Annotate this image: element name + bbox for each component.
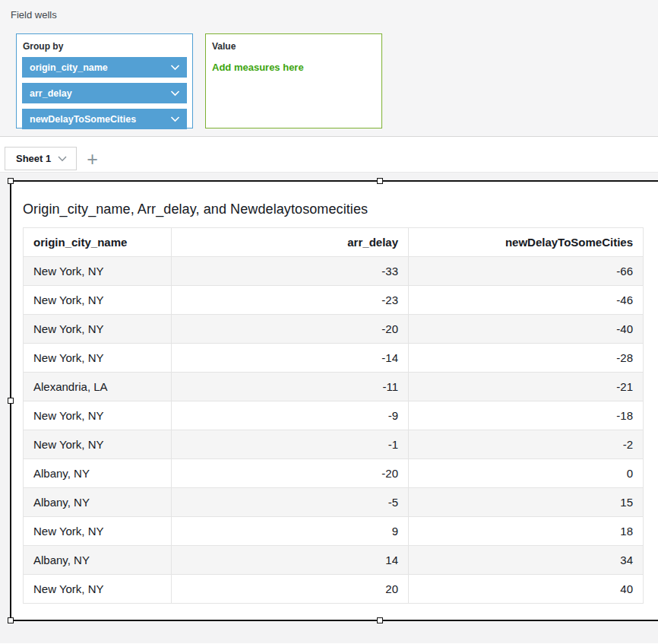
field-pill-label: newDelayToSomeCities	[30, 114, 136, 125]
table-row[interactable]: New York, NY-23-46	[24, 286, 644, 315]
table-body: New York, NY-33-66New York, NY-23-46New …	[24, 257, 644, 604]
resize-handle-top-left[interactable]	[8, 178, 14, 184]
chevron-down-icon[interactable]	[170, 116, 180, 122]
table-cell[interactable]: 15	[409, 488, 644, 517]
table-cell[interactable]: -2	[409, 430, 644, 459]
table-cell[interactable]: -18	[409, 401, 644, 430]
table-row[interactable]: New York, NY-20-40	[24, 315, 644, 344]
table-row[interactable]: Albany, NY-515	[24, 488, 644, 517]
add-measures-hint: Add measures here	[212, 62, 376, 73]
table-cell[interactable]: New York, NY	[24, 575, 172, 604]
resize-handle-middle-left[interactable]	[8, 398, 14, 404]
table-row[interactable]: Alexandria, LA-11-21	[24, 373, 644, 401]
table-cell[interactable]: -23	[172, 286, 409, 315]
table-cell[interactable]: Albany, NY	[24, 546, 172, 575]
field-wells-title: Field wells	[11, 9, 658, 21]
table-cell[interactable]: -5	[172, 488, 409, 517]
tab-sheet-1[interactable]: Sheet 1	[5, 147, 77, 170]
visual-title[interactable]: Origin_city_name, Arr_delay, and Newdela…	[23, 201, 658, 217]
resize-handle-top-center[interactable]	[377, 178, 383, 184]
column-header-arr-delay[interactable]: arr_delay	[172, 228, 409, 257]
table-row[interactable]: New York, NY-33-66	[24, 257, 644, 286]
table-cell[interactable]: 0	[409, 459, 644, 488]
table-cell[interactable]: -21	[409, 373, 644, 401]
field-pill-label: origin_city_name	[30, 62, 108, 73]
table-cell[interactable]: -20	[172, 459, 409, 488]
field-pill-arr-delay[interactable]: arr_delay	[22, 83, 187, 103]
table-cell[interactable]: New York, NY	[24, 315, 172, 344]
field-pill-origin-city-name[interactable]: origin_city_name	[22, 57, 187, 78]
table-cell[interactable]: -66	[409, 257, 644, 286]
table-cell[interactable]: -9	[172, 401, 409, 430]
resize-handle-bottom-center[interactable]	[377, 617, 383, 623]
field-pill-new-delay-to-some-cities[interactable]: newDelayToSomeCities	[22, 109, 187, 129]
field-wells-row: Group by origin_city_name arr_delay newD…	[16, 33, 658, 128]
column-header-new-delay-to-some-cities[interactable]: newDelayToSomeCities	[409, 228, 644, 257]
table-cell[interactable]: New York, NY	[24, 257, 172, 286]
table-cell[interactable]: New York, NY	[24, 430, 172, 459]
table-row[interactable]: New York, NY-9-18	[24, 401, 644, 430]
table-cell[interactable]: -1	[172, 430, 409, 459]
table-row[interactable]: New York, NY918	[24, 517, 644, 546]
table-cell[interactable]: -28	[409, 344, 644, 373]
table-cell[interactable]: 34	[409, 546, 644, 575]
table-row[interactable]: Albany, NY-200	[24, 459, 644, 488]
sheet-canvas: Origin_city_name, Arr_delay, and Newdela…	[0, 173, 658, 643]
table-cell[interactable]: New York, NY	[24, 517, 172, 546]
group-by-label: Group by	[23, 41, 187, 52]
group-by-well[interactable]: Group by origin_city_name arr_delay newD…	[16, 33, 193, 128]
table-row[interactable]: Albany, NY1434	[24, 546, 644, 575]
sheet-tab-bar: Sheet 1 +	[0, 136, 658, 173]
table-cell[interactable]: -46	[409, 286, 644, 315]
value-label: Value	[212, 41, 376, 52]
table-cell[interactable]: 14	[172, 546, 409, 575]
table-cell[interactable]: -40	[409, 315, 644, 344]
table-cell[interactable]: -14	[172, 344, 409, 373]
table-cell[interactable]: -33	[172, 257, 409, 286]
table-cell[interactable]: 40	[409, 575, 644, 604]
table-cell[interactable]: New York, NY	[24, 401, 172, 430]
table-cell[interactable]: 20	[172, 575, 409, 604]
table-header-row: origin_city_name arr_delay newDelayToSom…	[24, 228, 644, 257]
add-sheet-button[interactable]: +	[87, 149, 98, 169]
table-cell[interactable]: Albany, NY	[24, 488, 172, 517]
table-cell[interactable]: New York, NY	[24, 286, 172, 315]
table-cell[interactable]: -11	[172, 373, 409, 401]
table-cell[interactable]: Albany, NY	[24, 459, 172, 488]
resize-handle-bottom-left[interactable]	[8, 617, 14, 623]
table-cell[interactable]: 9	[172, 517, 409, 546]
column-header-origin-city-name[interactable]: origin_city_name	[24, 228, 172, 257]
table-row[interactable]: New York, NY2040	[24, 575, 644, 604]
table-row[interactable]: New York, NY-1-2	[24, 430, 644, 459]
table-row[interactable]: New York, NY-14-28	[24, 344, 644, 373]
field-wells-panel: Field wells Group by origin_city_name ar…	[0, 0, 658, 136]
table-visual-container[interactable]: Origin_city_name, Arr_delay, and Newdela…	[10, 180, 658, 621]
table-cell[interactable]: New York, NY	[24, 344, 172, 373]
chevron-down-icon[interactable]	[170, 65, 180, 71]
value-well[interactable]: Value Add measures here	[205, 33, 382, 128]
data-table: origin_city_name arr_delay newDelayToSom…	[23, 227, 644, 604]
chevron-down-icon[interactable]	[170, 90, 180, 97]
table-cell[interactable]: Alexandria, LA	[24, 373, 172, 401]
chevron-down-icon[interactable]	[58, 156, 67, 162]
table-cell[interactable]: -20	[172, 315, 409, 344]
table-cell[interactable]: 18	[409, 517, 644, 546]
field-pill-label: arr_delay	[30, 88, 72, 99]
sheet-tab-label: Sheet 1	[16, 153, 51, 164]
